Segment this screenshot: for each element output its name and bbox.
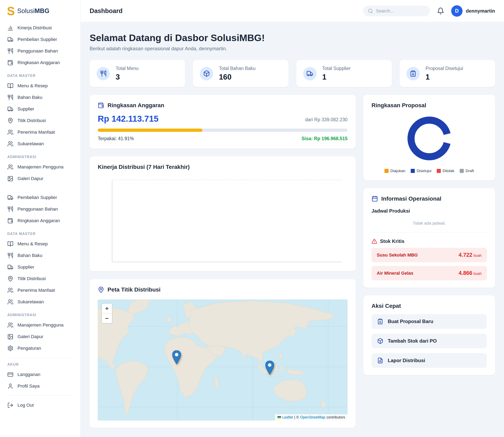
- map-marker[interactable]: [266, 361, 274, 375]
- stock-item-qty: 4.866buah: [458, 270, 482, 276]
- performance-card-title: Kinerja Distribusi (7 Hari Terakhir): [98, 164, 348, 170]
- sidebar-item-menu-resep[interactable]: Menu & Resep: [4, 80, 76, 91]
- image-icon: [7, 334, 13, 340]
- sidebar-item-label: Sukarelawan: [18, 141, 44, 147]
- sidebar-item-supplier[interactable]: Supplier: [4, 103, 76, 115]
- package-icon: [377, 338, 383, 344]
- right-column: Ringkasan Proposal Diajukan: [363, 95, 495, 375]
- critical-stock-row: Susu Sekolah MBG 4.722buah: [371, 248, 487, 262]
- sidebar-item-manajemen-pengguna[interactable]: Manajemen Pengguna: [4, 161, 76, 173]
- sidebar-item-label: Bahan Baku: [18, 253, 42, 258]
- truck-icon: [7, 264, 13, 270]
- sidebar-item-bahan-baku[interactable]: Bahan Baku: [4, 91, 76, 103]
- user-menu[interactable]: D dennymartin: [451, 5, 495, 17]
- legend-item-draft[interactable]: Draft: [460, 169, 474, 173]
- proposal-legend: Diajukan Disetujui Ditolak: [371, 169, 487, 173]
- sidebar-item-kinerja-distribusi[interactable]: Kinerja Distribusi: [4, 22, 76, 34]
- bell-icon: [437, 7, 444, 15]
- sidebar-item-profil-saya[interactable]: Profil Saya: [4, 380, 76, 392]
- sidebar-item-titik-distribusi[interactable]: Titik Distribusi: [4, 115, 76, 126]
- sidebar-item-label: Pembelian Supplier: [18, 37, 57, 42]
- sidebar-item-manajemen-pengguna-2[interactable]: Manajemen Pengguna: [4, 319, 76, 331]
- sidebar-item-sukarelawan[interactable]: Sukarelawan: [4, 138, 76, 149]
- legend-item-ditolak[interactable]: Ditolak: [437, 169, 454, 173]
- distribution-performance-card: Kinerja Distribusi (7 Hari Terakhir): [90, 157, 356, 271]
- brand-logo[interactable]: S SolusiMBG: [4, 0, 76, 22]
- page-title: Dashboard: [90, 7, 123, 15]
- sidebar-item-label: Menu & Resep: [18, 83, 48, 89]
- users-icon: [7, 141, 13, 147]
- map-pin-icon: [98, 287, 104, 293]
- sidebar-item-pembelian-supplier-2[interactable]: Pembelian Supplier: [4, 192, 76, 203]
- budget-summary-card: Ringkasan Anggaran Rp 142.113.715 dari R…: [90, 95, 356, 149]
- sidebar-item-label: Pengaturan: [18, 346, 41, 351]
- critical-stock-row: Air Mineral Gelas 4.866buah: [371, 266, 487, 280]
- sidebar-item-bahan-baku-2[interactable]: Bahan Baku: [4, 250, 76, 261]
- add-stock-button[interactable]: Tambah Stok dari PO: [371, 334, 487, 348]
- sidebar-heading-administrasi-2: ADMINISTRASI: [4, 308, 76, 319]
- sidebar-item-pembelian-supplier[interactable]: Pembelian Supplier: [4, 34, 76, 45]
- production-schedule-heading: Jadwal Produksi: [371, 208, 487, 214]
- legend-label: Disetujui: [417, 169, 431, 173]
- sidebar-item-titik-distribusi-2[interactable]: Titik Distribusi: [4, 273, 76, 284]
- search-input[interactable]: [376, 8, 425, 14]
- budget-remaining: Sisa: Rp 196.968.515: [302, 136, 348, 141]
- truck-icon: [7, 195, 13, 201]
- sidebar-item-label: Pembelian Supplier: [18, 195, 57, 200]
- sidebar-item-ringkasan-anggaran[interactable]: Ringkasan Anggaran: [4, 57, 76, 68]
- sidebar-group-main-2: Pembelian Supplier Penggunaan Bahan Ring…: [4, 192, 76, 227]
- file-text-icon: [377, 358, 383, 364]
- bar-chart-icon: [7, 25, 13, 31]
- main-area: Dashboard D dennymartin Selamat Datang d…: [81, 0, 504, 437]
- budget-used-percent: Terpakai: 41.91%: [98, 136, 134, 141]
- sidebar-item-penerima-manfaat[interactable]: Penerima Manfaat: [4, 126, 76, 138]
- sidebar-item-sukarelawan-2[interactable]: Sukarelawan: [4, 296, 76, 308]
- sidebar-item-pengaturan[interactable]: Pengaturan: [4, 342, 76, 354]
- sidebar-item-log-out[interactable]: Log Out: [4, 399, 76, 411]
- sidebar-item-label: Manajemen Pengguna: [18, 164, 63, 170]
- sidebar-item-langganan[interactable]: Langganan: [4, 369, 76, 380]
- stock-item-unit: buah: [474, 272, 482, 276]
- map-zoom-control: + −: [101, 303, 112, 323]
- operational-card-title: Informasi Operasional: [381, 196, 441, 202]
- legend-item-diajukan[interactable]: Diajukan: [384, 169, 405, 173]
- sidebar-item-galeri-dapur[interactable]: Galeri Dapur: [4, 173, 76, 184]
- welcome-subtitle: Berikut adalah ringkasan operasional dap…: [90, 46, 495, 51]
- sidebar-item-menu-resep-2[interactable]: Menu & Resep: [4, 238, 76, 250]
- legend-label: Draft: [466, 169, 474, 173]
- sidebar-item-label: Profil Saya: [18, 384, 40, 389]
- avatar: D: [451, 5, 463, 17]
- stat-label: Total Menu: [116, 66, 139, 71]
- sidebar-item-label: Penggunaan Bahan: [18, 207, 58, 212]
- notifications-button[interactable]: [437, 7, 444, 15]
- clipboard-icon: [407, 67, 420, 80]
- legend-label: Ditolak: [443, 169, 454, 173]
- truck-icon: [7, 36, 13, 42]
- create-proposal-button[interactable]: Buat Proposal Baru: [371, 314, 487, 329]
- sidebar-item-supplier-2[interactable]: Supplier: [4, 261, 76, 273]
- sidebar-item-penerima-manfaat-2[interactable]: Penerima Manfaat: [4, 284, 76, 296]
- report-distribution-button[interactable]: Lapor Distribusi: [371, 353, 487, 368]
- distribution-map[interactable]: + −: [98, 299, 348, 420]
- sidebar-item-penggunaan-bahan-2[interactable]: Penggunaan Bahan: [4, 203, 76, 215]
- budget-progress-fill: [98, 129, 202, 132]
- map-marker[interactable]: [172, 350, 181, 364]
- search-box[interactable]: [363, 6, 430, 16]
- sidebar-item-label: Titik Distribusi: [18, 118, 46, 123]
- budget-progress-bar: [98, 129, 348, 132]
- zoom-in-button[interactable]: +: [102, 304, 112, 313]
- zoom-out-button[interactable]: −: [102, 313, 112, 323]
- map-marker-icon: [266, 361, 274, 375]
- openstreetmap-link[interactable]: OpenStreetMap: [300, 415, 325, 419]
- sidebar-group-main: Kinerja Distribusi Pembelian Supplier Pe…: [4, 22, 76, 68]
- sidebar-item-penggunaan-bahan[interactable]: Penggunaan Bahan: [4, 45, 76, 57]
- legend-item-disetujui[interactable]: Disetujui: [411, 169, 431, 173]
- credit-card-icon: [7, 371, 13, 377]
- sidebar-item-ringkasan-anggaran-2[interactable]: Ringkasan Anggaran: [4, 215, 76, 227]
- leaflet-link[interactable]: Leaflet: [282, 415, 293, 419]
- sidebar-item-galeri-dapur-2[interactable]: Galeri Dapur: [4, 331, 76, 342]
- users-icon: [7, 129, 13, 135]
- sidebar-item-label: Supplier: [18, 265, 34, 270]
- quick-actions-card: Aksi Cepat Buat Proposal Baru Tambah Sto…: [363, 295, 495, 375]
- users-icon: [7, 322, 13, 328]
